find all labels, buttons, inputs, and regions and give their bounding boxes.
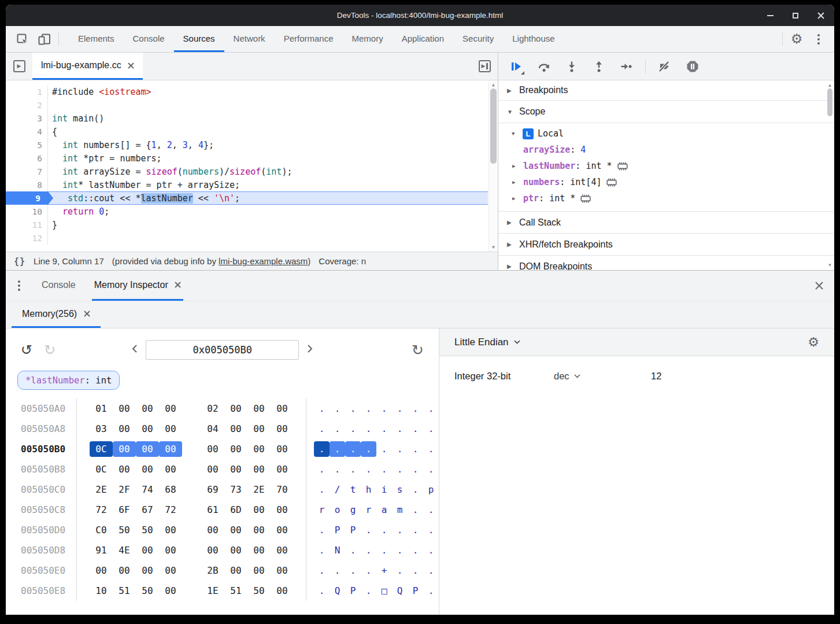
code-text[interactable]: int *ptr = numbers; [48,152,162,165]
tab-memory-inspector[interactable]: Memory Inspector [92,271,183,301]
byte-cell[interactable]: 00 [247,563,271,578]
byte-cell[interactable]: 01 [90,401,113,416]
ascii-cell[interactable]: . [423,563,439,578]
ascii-cell[interactable]: . [423,583,439,599]
ascii-cell[interactable]: h [361,482,376,497]
close-file-icon[interactable] [128,62,134,69]
ascii-cell[interactable]: . [376,542,392,558]
line-number[interactable]: 8 [6,178,48,191]
close-drawer-icon[interactable] [804,271,834,301]
tab-network[interactable]: Network [224,26,275,52]
byte-cell[interactable]: 4E [113,542,136,558]
byte-cell[interactable]: 00 [271,563,294,578]
close-tab-icon[interactable] [84,311,90,317]
byte-cell[interactable]: 50 [113,522,136,538]
ascii-cell[interactable]: . [361,461,376,477]
ascii-cell[interactable]: . [423,522,439,538]
ascii-cell[interactable]: . [361,421,376,437]
ascii-cell[interactable]: . [345,542,361,558]
ascii-cell[interactable]: . [361,522,376,538]
byte-cell[interactable]: 61 [201,502,224,518]
scope-var-lastnumber[interactable]: ▶lastNumber: int * [498,158,834,174]
expand-triangle-icon[interactable]: ▶ [512,163,519,169]
ascii-cell[interactable]: . [392,522,408,538]
tab-memory-256[interactable]: Memory(256) [12,301,101,328]
ascii-cell[interactable]: . [314,583,330,599]
ascii-cell[interactable]: . [314,441,330,457]
previous-page-icon[interactable] [132,344,138,356]
ascii-cell[interactable]: P [408,583,423,599]
ascii-cell[interactable]: g [345,502,361,518]
ascii-cell[interactable]: P [345,583,361,599]
ascii-cell[interactable]: . [408,542,423,558]
navigator-toggle-icon[interactable]: ▶ [6,53,32,80]
step-out-icon[interactable] [593,61,605,72]
ascii-cell[interactable]: . [361,563,376,578]
ascii-cell[interactable]: . [330,563,345,578]
ascii-cell[interactable]: . [392,461,408,477]
byte-cell[interactable]: 04 [201,421,224,437]
ascii-cell[interactable]: . [392,563,408,578]
wasm-link[interactable]: lmi-bug-example.wasm [219,256,308,266]
resume-icon[interactable] [510,61,522,72]
byte-cell[interactable]: 72 [90,502,113,518]
byte-cell[interactable]: 00 [271,502,294,518]
byte-cell[interactable]: 00 [136,563,159,578]
ascii-cell[interactable]: . [408,563,423,578]
ascii-cell[interactable]: . [314,563,330,578]
ascii-cell[interactable]: o [330,502,345,518]
execution-pointer-gutter[interactable]: 9 [6,191,53,205]
byte-cell[interactable]: 00 [224,522,247,538]
byte-cell[interactable]: 00 [136,421,159,437]
ascii-cell[interactable]: N [330,542,345,558]
byte-cell[interactable]: 00 [159,522,182,538]
tab-sources[interactable]: Sources [174,26,224,52]
tab-console[interactable]: Console [39,271,78,301]
device-toolbar-icon[interactable] [34,26,55,52]
code-text[interactable]: } [48,218,57,231]
ascii-cell[interactable]: . [392,401,408,416]
ascii-cell[interactable]: . [330,421,345,437]
byte-cell[interactable]: 51 [224,583,247,599]
code-text[interactable]: return 0; [48,205,109,218]
ascii-cell[interactable]: . [376,441,392,457]
section-call-stack[interactable]: ▶Call Stack [498,212,834,234]
ascii-cell[interactable]: / [330,482,345,497]
drawer-menu-icon[interactable] [6,271,32,301]
code-editor[interactable]: 1#include <iostream>23int main()4{5 int … [6,80,498,252]
ascii-cell[interactable]: Q [392,583,408,599]
deactivate-breakpoints-icon[interactable] [658,61,671,72]
byte-cell[interactable]: 00 [224,401,247,416]
code-text[interactable]: { [48,125,57,138]
ascii-cell[interactable]: . [330,461,345,477]
scroll-down-icon[interactable]: ▼ [826,263,834,268]
byte-cell[interactable]: 6D [224,502,247,518]
byte-cell[interactable]: 2F [113,482,136,497]
ascii-cell[interactable]: m [392,502,408,518]
byte-cell[interactable]: 00 [159,421,182,437]
settings-gear-icon[interactable]: ⚙ [786,26,808,52]
tab-memory[interactable]: Memory [343,26,393,52]
close-tab-icon[interactable] [175,282,181,288]
tab-application[interactable]: Application [393,26,453,52]
byte-cell[interactable]: 1E [201,583,224,599]
maximize-button[interactable] [791,12,800,20]
ascii-cell[interactable]: . [345,401,361,416]
expand-triangle-icon[interactable]: ▶ [512,179,519,185]
byte-cell[interactable]: 00 [136,461,159,477]
scope-var-arraysize[interactable]: arraySize: 4 [498,142,834,158]
line-number[interactable]: 5 [6,138,48,152]
byte-cell[interactable]: 00 [159,461,182,477]
byte-cell[interactable]: 6F [113,502,136,518]
byte-cell[interactable]: 03 [90,421,113,437]
scope-var-numbers[interactable]: ▶numbers: int[4] [498,174,834,190]
scope-var-ptr[interactable]: ▶ptr: int * [498,190,834,206]
ascii-cell[interactable]: . [314,421,330,437]
byte-cell[interactable]: 00 [201,441,224,457]
open-in-memory-inspector-icon[interactable] [580,194,591,203]
ascii-cell[interactable]: r [314,502,330,518]
tab-lighthouse[interactable]: Lighthouse [503,26,564,52]
byte-cell[interactable]: 00 [159,441,182,457]
ascii-cell[interactable]: . [408,441,423,457]
format-select[interactable]: dec [554,371,619,382]
